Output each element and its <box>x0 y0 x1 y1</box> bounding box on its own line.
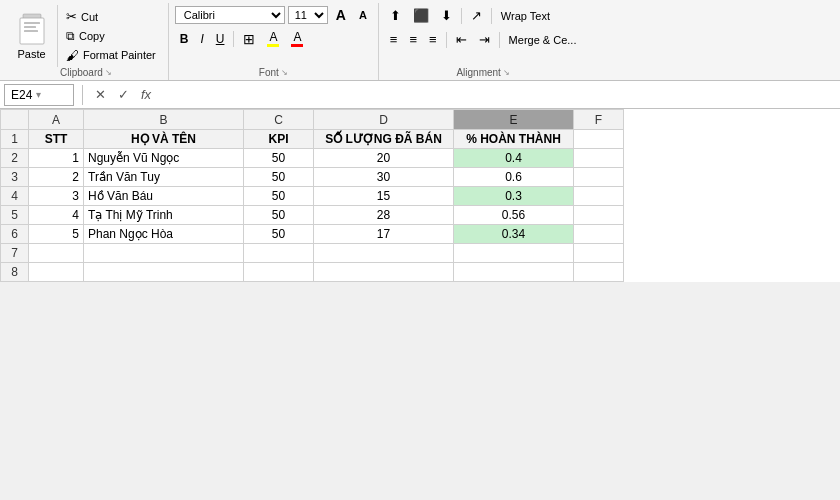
cell-c2[interactable]: 50 <box>244 149 314 168</box>
bold-button[interactable]: B <box>175 30 194 48</box>
alignment-expand-icon[interactable]: ↘ <box>503 68 510 77</box>
cell-e5[interactable]: 0.56 <box>454 206 574 225</box>
cell-d2[interactable]: 20 <box>314 149 454 168</box>
cell-e6[interactable]: 0.34 <box>454 225 574 244</box>
cell-b2[interactable]: Nguyễn Vũ Ngọc <box>84 149 244 168</box>
cell-c4[interactable]: 50 <box>244 187 314 206</box>
cell-f2[interactable] <box>574 149 624 168</box>
cell-b1[interactable]: HỌ VÀ TÊN <box>84 130 244 149</box>
cell-c7[interactable] <box>244 244 314 263</box>
cell-c1[interactable]: KPI <box>244 130 314 149</box>
confirm-formula-icon[interactable]: ✓ <box>114 87 133 102</box>
cell-a6[interactable]: 5 <box>29 225 84 244</box>
increase-indent-button[interactable]: ⇥ <box>474 29 495 50</box>
cell-a2[interactable]: 1 <box>29 149 84 168</box>
cell-f7[interactable] <box>574 244 624 263</box>
sheet-table: A B C D E F 1STTHỌ VÀ TÊNKPISỐ LƯỢNG ĐÃ … <box>0 109 624 282</box>
table-row[interactable]: 65Phan Ngọc Hòa50170.34 <box>1 225 624 244</box>
cell-d3[interactable]: 30 <box>314 168 454 187</box>
cell-a5[interactable]: 4 <box>29 206 84 225</box>
table-row[interactable]: 8 <box>1 263 624 282</box>
formula-input[interactable] <box>159 84 836 106</box>
cell-f5[interactable] <box>574 206 624 225</box>
cell-d8[interactable] <box>314 263 454 282</box>
col-header-b[interactable]: B <box>84 110 244 130</box>
copy-label: Copy <box>79 30 105 42</box>
cell-b4[interactable]: Hồ Văn Báu <box>84 187 244 206</box>
col-header-e[interactable]: E <box>454 110 574 130</box>
decrease-indent-button[interactable]: ⇤ <box>451 29 472 50</box>
cancel-formula-icon[interactable]: ✕ <box>91 87 110 102</box>
scissors-icon: ✂ <box>66 9 77 24</box>
align-divider3 <box>446 32 447 48</box>
cell-d5[interactable]: 28 <box>314 206 454 225</box>
cell-d6[interactable]: 17 <box>314 225 454 244</box>
col-header-f[interactable]: F <box>574 110 624 130</box>
cell-e8[interactable] <box>454 263 574 282</box>
copy-button[interactable]: ⧉ Copy <box>64 28 158 44</box>
paste-button[interactable]: Paste <box>10 5 58 67</box>
cell-d7[interactable] <box>314 244 454 263</box>
angle-text-button[interactable]: ↗ <box>466 5 487 26</box>
fill-color-button[interactable]: A <box>262 28 284 49</box>
table-row[interactable]: 43Hồ Văn Báu50150.3 <box>1 187 624 206</box>
align-middle-button[interactable]: ⬛ <box>408 5 434 26</box>
cell-c6[interactable]: 50 <box>244 225 314 244</box>
underline-button[interactable]: U <box>211 30 230 48</box>
insert-function-icon[interactable]: fx <box>137 87 155 102</box>
font-expand-icon[interactable]: ↘ <box>281 68 288 77</box>
table-row[interactable]: 32Trần Văn Tuy50300.6 <box>1 168 624 187</box>
table-row[interactable]: 7 <box>1 244 624 263</box>
font-size-select[interactable]: 11 <box>288 6 328 24</box>
cell-e3[interactable]: 0.6 <box>454 168 574 187</box>
align-left-button[interactable]: ≡ <box>385 29 403 50</box>
cell-f8[interactable] <box>574 263 624 282</box>
cell-ref-dropdown-icon[interactable]: ▾ <box>36 89 41 100</box>
align-right-button[interactable]: ≡ <box>424 29 442 50</box>
align-top-button[interactable]: ⬆ <box>385 5 406 26</box>
cell-d1[interactable]: SỐ LƯỢNG ĐÃ BÁN <box>314 130 454 149</box>
cell-b3[interactable]: Trần Văn Tuy <box>84 168 244 187</box>
border-button[interactable]: ⊞ <box>238 29 260 49</box>
cell-e1[interactable]: % HOÀN THÀNH <box>454 130 574 149</box>
cell-a3[interactable]: 2 <box>29 168 84 187</box>
col-header-c[interactable]: C <box>244 110 314 130</box>
table-row[interactable]: 54Tạ Thị Mỹ Trinh50280.56 <box>1 206 624 225</box>
cell-b6[interactable]: Phan Ngọc Hòa <box>84 225 244 244</box>
align-center-button[interactable]: ≡ <box>404 29 422 50</box>
align-bottom-button[interactable]: ⬇ <box>436 5 457 26</box>
cell-b8[interactable] <box>84 263 244 282</box>
cut-button[interactable]: ✂ Cut <box>64 8 158 25</box>
cell-b7[interactable] <box>84 244 244 263</box>
format-painter-button[interactable]: 🖌 Format Painter <box>64 47 158 64</box>
cell-a7[interactable] <box>29 244 84 263</box>
cell-b5[interactable]: Tạ Thị Mỹ Trinh <box>84 206 244 225</box>
clipboard-expand-icon[interactable]: ↘ <box>105 68 112 77</box>
cell-e7[interactable] <box>454 244 574 263</box>
cell-f4[interactable] <box>574 187 624 206</box>
table-row[interactable]: 1STTHỌ VÀ TÊNKPISỐ LƯỢNG ĐÃ BÁN% HOÀN TH… <box>1 130 624 149</box>
cell-e2[interactable]: 0.4 <box>454 149 574 168</box>
italic-button[interactable]: I <box>195 30 208 48</box>
cell-e4[interactable]: 0.3 <box>454 187 574 206</box>
merge-cells-button[interactable]: Merge & Ce... <box>504 31 582 49</box>
cell-f3[interactable] <box>574 168 624 187</box>
cell-d4[interactable]: 15 <box>314 187 454 206</box>
increase-font-button[interactable]: A <box>331 5 351 25</box>
cell-c8[interactable] <box>244 263 314 282</box>
cell-c5[interactable]: 50 <box>244 206 314 225</box>
cell-c3[interactable]: 50 <box>244 168 314 187</box>
cell-a8[interactable] <box>29 263 84 282</box>
cell-a1[interactable]: STT <box>29 130 84 149</box>
font-color-button[interactable]: A <box>286 28 308 49</box>
col-header-a[interactable]: A <box>29 110 84 130</box>
cell-f1[interactable] <box>574 130 624 149</box>
decrease-font-button[interactable]: A <box>354 7 372 23</box>
table-row[interactable]: 21Nguyễn Vũ Ngọc50200.4 <box>1 149 624 168</box>
cell-reference-box[interactable]: E24 ▾ <box>4 84 74 106</box>
cell-a4[interactable]: 3 <box>29 187 84 206</box>
wrap-text-button[interactable]: Wrap Text <box>496 7 555 25</box>
col-header-d[interactable]: D <box>314 110 454 130</box>
font-name-select[interactable]: Calibri <box>175 6 285 24</box>
cell-f6[interactable] <box>574 225 624 244</box>
